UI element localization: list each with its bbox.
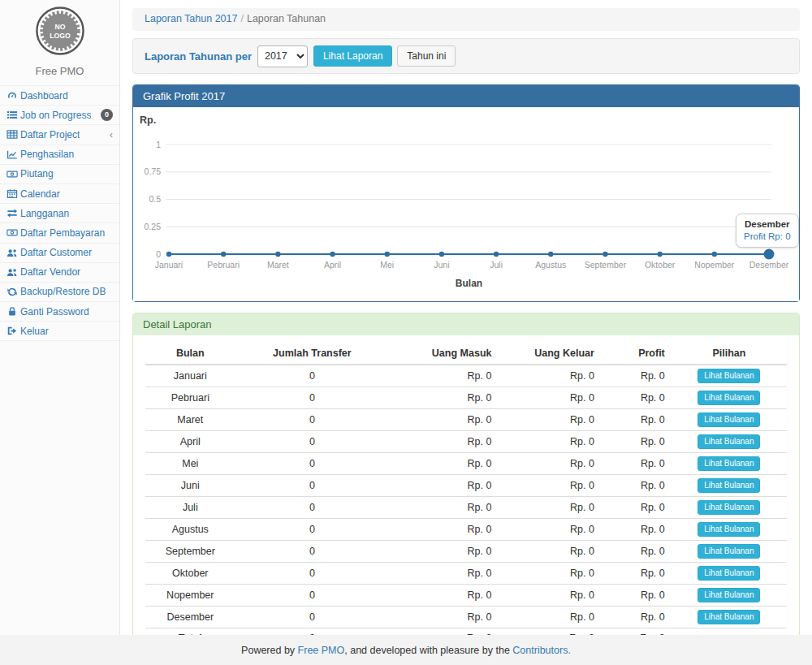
column-header-bulan: Bulan [145,343,235,365]
year-select[interactable]: 2017 [257,45,308,67]
tasks-icon [6,110,20,120]
view-monthly-button[interactable]: Lihat Bulanan [698,412,760,427]
sidebar-item-piutang[interactable]: Piutang [0,165,119,184]
retweet-icon [6,208,20,218]
view-monthly-button[interactable]: Lihat Bulanan [698,610,760,624]
cell-action: Lihat Bulanan [672,409,787,431]
cell-bulan: Oktober [145,563,235,585]
line-chart-icon [6,149,20,160]
sidebar-item-daftar-vendor[interactable]: Daftar Vendor [0,263,119,283]
table-row: Pebruari0Rp. 0Rp. 0Rp. 0Lihat Bulanan [145,387,787,409]
view-monthly-button[interactable]: Lihat Bulanan [698,544,760,559]
view-monthly-button[interactable]: Lihat Bulanan [698,391,760,405]
view-monthly-button[interactable]: Lihat Bulanan [698,434,760,449]
cell-bulan: Agustus [145,519,235,541]
cell-uang_masuk: Rp. 0 [389,365,498,387]
svg-text:Maret: Maret [267,260,289,270]
footer-link-freepmo[interactable]: Free PMO [298,645,345,656]
cell-uang_keluar: Rp. 0 [498,475,600,497]
sidebar-item-dashboard[interactable]: Dashboard [0,86,119,106]
cell-uang_keluar: Rp. 0 [498,387,600,409]
cell-uang_masuk: Rp. 0 [389,519,498,541]
svg-text:Nopember: Nopember [694,260,735,270]
cell-profit: Rp. 0 [601,453,672,475]
sidebar-item-calendar[interactable]: Calendar [0,184,119,204]
sidebar-item-job-on-progress[interactable]: Job on Progress0 [0,106,119,125]
cell-bulan: Juli [145,497,235,519]
detail-panel-title: Detail Laporan [133,313,799,335]
cell-action: Lihat Bulanan [672,453,787,475]
view-monthly-button[interactable]: Lihat Bulanan [698,588,760,602]
dashboard-icon [6,90,20,101]
sidebar-item-label: Penghasilan [20,149,74,160]
cell-action: Lihat Bulanan [672,365,787,387]
cell-action: Lihat Bulanan [672,387,787,409]
view-monthly-button[interactable]: Lihat Bulanan [698,478,760,493]
svg-text:0: 0 [156,249,161,259]
cell-bulan: Mei [145,453,235,475]
cell-bulan: Pebruari [145,387,235,409]
view-monthly-button[interactable]: Lihat Bulanan [698,456,760,471]
cell-jumlah_transfer: 0 [235,387,390,409]
logo-line1: NO [54,23,65,31]
sidebar-item-ganti-password[interactable]: Ganti Password [0,302,119,322]
table-row: Desember0Rp. 0Rp. 0Rp. 0Lihat Bulanan [145,607,787,628]
table-row: Oktober0Rp. 0Rp. 0Rp. 0Lihat Bulanan [145,563,787,585]
svg-text:April: April [324,260,341,270]
column-header-uang-keluar: Uang Keluar [498,343,600,365]
sidebar-item-label: Ganti Password [20,306,89,317]
sidebar-item-label: Langganan [20,208,69,219]
view-report-button[interactable]: Lihat Laporan [313,45,392,67]
this-year-button[interactable]: Tahun ini [397,45,456,67]
svg-text:Desember: Desember [749,260,789,270]
sidebar-item-penghasilan[interactable]: Penghasilan [0,145,119,165]
report-filter-bar: Laporan Tahunan per 2017 Lihat Laporan T… [132,38,800,74]
logo: NO LOGO Free PMO [0,0,119,77]
cell-uang_masuk: Rp. 0 [389,387,498,409]
svg-text:0.75: 0.75 [145,166,162,176]
cell-profit: Rp. 0 [601,387,672,409]
sidebar-item-daftar-customer[interactable]: Daftar Customer [0,244,119,263]
sidebar-item-daftar-project[interactable]: Daftar Project‹ [0,125,119,145]
sidebar-item-backup-restore-db[interactable]: Backup/Restore DB [0,283,119,302]
table-row: Januari0Rp. 0Rp. 0Rp. 0Lihat Bulanan [145,365,787,387]
view-monthly-button[interactable]: Lihat Bulanan [698,522,760,537]
view-monthly-button[interactable]: Lihat Bulanan [698,500,760,515]
svg-text:Juli: Juli [490,260,503,270]
cell-uang_keluar: Rp. 0 [498,585,600,607]
sidebar-item-keluar[interactable]: Keluar [0,322,119,341]
cell-uang_keluar: Rp. 0 [498,563,600,585]
breadcrumb-current: Laporan Tahunan [247,13,326,24]
tooltip-value: Profit Rp: 0 [744,231,791,241]
cell-action: Lihat Bulanan [672,585,787,607]
money-icon [6,227,20,238]
money-icon [6,169,20,179]
cell-profit: Rp. 0 [601,607,672,628]
sidebar-item-langganan[interactable]: Langganan [0,204,119,223]
sidebar-item-daftar-pembayaran[interactable]: Daftar Pembayaran [0,223,119,243]
table-row: April0Rp. 0Rp. 0Rp. 0Lihat Bulanan [145,431,787,453]
sidebar-menu: DashboardJob on Progress0Daftar Project‹… [0,85,119,341]
sidebar-item-label: Calendar [20,188,60,200]
breadcrumb-link[interactable]: Laporan Tahun 2017 [145,13,237,24]
table-row: Mei0Rp. 0Rp. 0Rp. 0Lihat Bulanan [145,453,787,475]
cell-profit: Rp. 0 [601,475,672,497]
sidebar-item-label: Daftar Project [20,129,80,140]
cell-uang_keluar: Rp. 0 [498,365,600,387]
tooltip-month: Desember [744,219,791,229]
cell-jumlah_transfer: 0 [235,563,390,585]
svg-text:Juni: Juni [434,260,449,270]
report-table-wrap: BulanJumlah TransferUang MasukUang Kelua… [133,335,799,660]
table-header-row: BulanJumlah TransferUang MasukUang Kelua… [145,343,787,365]
breadcrumb-separator: / [237,13,246,24]
view-monthly-button[interactable]: Lihat Bulanan [698,566,760,581]
svg-text:Rp.: Rp. [140,114,156,126]
view-monthly-button[interactable]: Lihat Bulanan [698,369,760,383]
calendar-icon [6,188,20,199]
cell-action: Lihat Bulanan [672,475,787,497]
table-row: Maret0Rp. 0Rp. 0Rp. 0Lihat Bulanan [145,409,787,431]
footer-link-contributors[interactable]: Contributors. [512,645,571,656]
cell-jumlah_transfer: 0 [235,497,390,519]
table-row: Agustus0Rp. 0Rp. 0Rp. 0Lihat Bulanan [145,519,787,541]
svg-text:Bulan: Bulan [456,278,482,289]
